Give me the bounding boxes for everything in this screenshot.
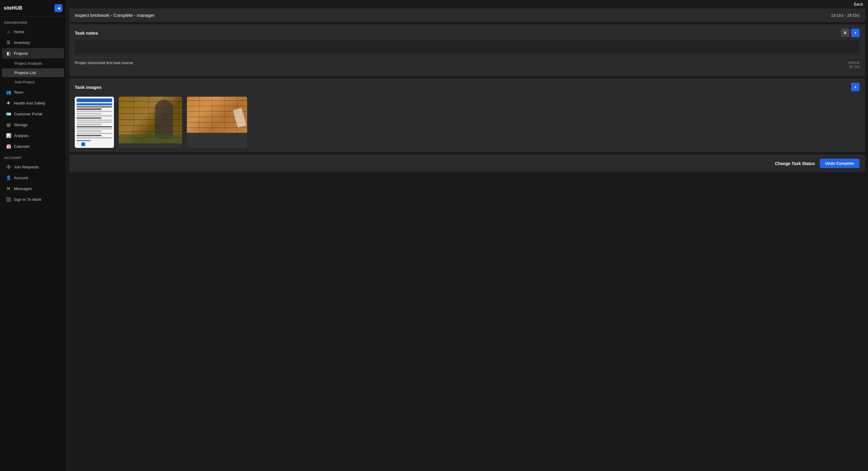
inventory-icon: ☰ — [6, 40, 11, 45]
sidebar-item-label: Calender — [14, 144, 30, 149]
sidebar-item-label: Team — [14, 90, 24, 95]
sidebar-item-label: Storage — [14, 123, 28, 127]
task-notes-section: Task notes ✕ + Proper Horizontal first b… — [69, 24, 865, 76]
sidebar-item-label: Messages — [14, 187, 32, 191]
sidebar-item-calender[interactable]: 📅 Calender — [2, 141, 64, 152]
task-notes-close-button[interactable]: ✕ — [841, 29, 849, 37]
sidebar-collapse-button[interactable]: ◀ — [55, 4, 62, 12]
task-images-add-button[interactable]: + — [851, 83, 860, 91]
plus-icon: + — [854, 85, 857, 90]
sub-item-label: Project Analysis — [14, 61, 42, 66]
task-image-brickwork-closeup[interactable] — [187, 97, 247, 148]
note-input[interactable] — [75, 40, 860, 54]
sign-in-icon: ⬛ — [6, 197, 11, 202]
change-task-status-label: Change Task Status — [775, 161, 815, 166]
sidebar-item-customer-portal[interactable]: 🪪 Customer Portal — [2, 109, 64, 119]
sidebar-item-label: Analysis — [14, 133, 28, 138]
sidebar-item-label: Sign In To Work — [14, 197, 41, 202]
task-image-person-brickwork[interactable] — [119, 97, 182, 148]
customer-portal-icon: 🪪 — [6, 111, 11, 116]
account-section-label: ACCOUNT — [0, 152, 66, 161]
task-title: inspect brickwork - Complete - manager — [75, 13, 155, 18]
sidebar-item-label: Projects — [14, 51, 28, 56]
note-meta: sitehub 30 Oct — [848, 61, 860, 69]
task-date-range: 19 Oct - 26 Oct — [831, 13, 860, 18]
home-icon: ⌂ — [6, 29, 11, 34]
sidebar-item-sign-in-to-work[interactable]: ⬛ Sign In To Work — [2, 194, 64, 204]
analysis-icon: 📊 — [6, 133, 11, 138]
sidebar-sub-item-add-project[interactable]: Add Project — [2, 78, 64, 87]
storage-icon: ▤ — [6, 122, 11, 127]
note-text: Proper Horizontal first bed course — [75, 61, 133, 65]
note-date: 30 Oct — [848, 65, 860, 69]
task-images-title: Task images + — [75, 83, 860, 91]
main-content: Back inspect brickwork - Complete - mana… — [66, 0, 868, 471]
task-notes-actions: ✕ + — [841, 29, 860, 37]
sidebar-sub-item-project-analysis[interactable]: Project Analysis — [2, 59, 64, 68]
sidebar-item-inventory[interactable]: ☰ Inventory — [2, 37, 64, 47]
task-image-doc[interactable] — [75, 97, 114, 148]
sub-item-label: Add Project — [14, 80, 35, 84]
sidebar-header: siteHUB ◀ — [0, 0, 66, 16]
task-notes-title: Task notes ✕ + — [75, 29, 860, 37]
undo-complete-button[interactable]: Undo Complete — [820, 159, 860, 168]
account-icon: 👤 — [6, 175, 11, 180]
back-button[interactable]: Back — [854, 2, 863, 7]
top-bar: Back — [66, 0, 868, 8]
task-images-section: Task images + — [69, 78, 865, 152]
bottom-bar: Change Task Status Undo Complete — [69, 155, 865, 172]
task-header: inspect brickwork - Complete - manager 1… — [69, 8, 865, 22]
calender-icon: 📅 — [6, 144, 11, 149]
sidebar-item-storage[interactable]: ▤ Storage — [2, 120, 64, 130]
sidebar: siteHUB ◀ DASHBOARD ⌂ Home ☰ Inventory ◧… — [0, 0, 66, 471]
sidebar-item-account[interactable]: 👤 Account — [2, 173, 64, 183]
note-author: sitehub — [848, 61, 860, 65]
close-icon: ✕ — [843, 30, 847, 35]
join-requests-icon: ➕ — [6, 164, 11, 169]
sidebar-item-analysis[interactable]: 📊 Analysis — [2, 130, 64, 141]
plus-icon: + — [854, 30, 857, 35]
note-item: Proper Horizontal first bed course siteh… — [75, 57, 860, 72]
sidebar-item-label: Join Requests — [14, 165, 38, 169]
team-icon: 👥 — [6, 90, 11, 95]
sidebar-item-home[interactable]: ⌂ Home — [2, 27, 64, 37]
sidebar-item-projects[interactable]: ◧ Projects — [2, 48, 64, 59]
sidebar-item-label: Customer Portal — [14, 112, 42, 116]
sidebar-item-team[interactable]: 👥 Team — [2, 87, 64, 97]
projects-icon: ◧ — [6, 51, 11, 56]
sub-item-label: Projects List — [14, 70, 36, 75]
content-area: inspect brickwork - Complete - manager 1… — [66, 8, 868, 471]
sidebar-sub-item-projects-list[interactable]: Projects List — [2, 68, 64, 77]
sidebar-item-label: Inventory — [14, 40, 30, 45]
sidebar-item-health-safety[interactable]: ✚ Health And Safety — [2, 98, 64, 108]
sidebar-item-messages[interactable]: ✉ Messages — [2, 183, 64, 194]
health-safety-icon: ✚ — [6, 101, 11, 105]
sidebar-logo: siteHUB — [4, 5, 22, 11]
sidebar-item-label: Home — [14, 30, 24, 34]
sidebar-item-join-requests[interactable]: ➕ Join Requests — [2, 162, 64, 172]
task-notes-add-button[interactable]: + — [851, 29, 860, 37]
messages-icon: ✉ — [6, 186, 11, 191]
sidebar-item-label: Health And Safety — [14, 101, 45, 105]
images-grid — [75, 94, 860, 148]
dashboard-section-label: DASHBOARD — [0, 16, 66, 26]
sidebar-item-label: Account — [14, 175, 28, 180]
